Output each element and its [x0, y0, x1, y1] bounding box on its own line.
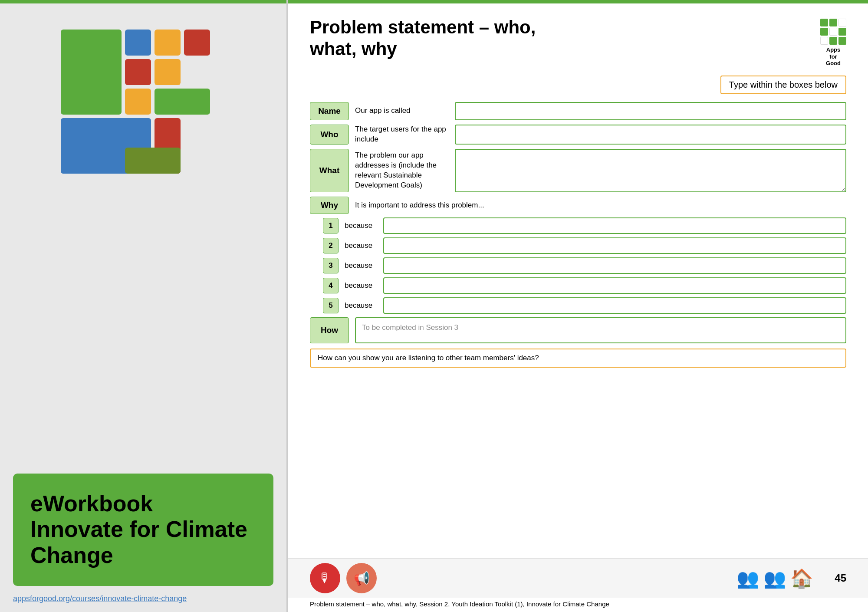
group-icon-1: 👥 [736, 568, 759, 589]
number-badge-1: 1 [323, 218, 339, 234]
how-box: How To be completed in Session 3 [310, 317, 846, 343]
footer-text: Problem statement – who, what, why, Sess… [310, 600, 609, 608]
left-panel: eWorkbook Innovate for Climate Change ap… [0, 0, 286, 612]
because-input-5[interactable] [383, 297, 846, 314]
group-icons: 👥 👥 🏠 [736, 568, 826, 589]
afg-cell-4 [820, 28, 828, 36]
why-desc: It is important to address this problem.… [355, 201, 484, 210]
number-badge-2: 2 [323, 238, 339, 253]
number-badge-5: 5 [323, 298, 339, 313]
block-blue-2 [61, 148, 122, 174]
afg-cell-7 [820, 37, 828, 45]
who-label: Who [310, 125, 349, 145]
what-input-cell [455, 149, 846, 192]
block-yellow-1 [155, 30, 181, 56]
what-desc: The problem our app addresses is (includ… [355, 149, 455, 192]
number-badge-4: 4 [323, 278, 339, 293]
because-input-1[interactable] [383, 217, 846, 234]
because-text-5: because [345, 301, 377, 310]
afg-cell-8 [829, 37, 837, 45]
afg-cell-5 [829, 28, 837, 36]
afg-cell-6 [838, 28, 846, 36]
because-row-2: 2 because [310, 237, 846, 254]
because-row-4: 4 because [310, 277, 846, 294]
because-input-3[interactable] [383, 257, 846, 274]
afg-text: AppsforGood [826, 46, 841, 67]
house-icon: 🏠 [790, 568, 813, 589]
left-top-bar [0, 0, 286, 3]
block-yellow-2 [155, 59, 181, 85]
because-input-4[interactable] [383, 277, 846, 294]
because-text-4: because [345, 281, 377, 290]
group-icon-2: 👥 [763, 568, 786, 589]
how-section: How To be completed in Session 3 [310, 317, 846, 343]
because-text-3: because [345, 261, 377, 270]
logo-grid [61, 30, 226, 177]
block-green-sm2 [125, 148, 181, 174]
right-header: Problem statement – who, what, why Appsf… [310, 16, 846, 67]
block-blue-1 [125, 30, 151, 56]
right-footer: Problem statement – who, what, why, Sess… [288, 598, 868, 612]
question-banner: How can you show you are listening to ot… [310, 349, 846, 368]
instruction-label: Type within the boxes below [720, 76, 846, 94]
who-row: Who The target users for the app include [310, 125, 846, 145]
name-input[interactable] [455, 102, 846, 120]
right-panel: Problem statement – who, what, why Appsf… [288, 0, 868, 612]
number-badge-3: 3 [323, 258, 339, 273]
who-input[interactable] [455, 125, 846, 145]
right-top-bar [288, 0, 868, 3]
afg-cell-2 [829, 19, 837, 26]
what-label: What [310, 149, 349, 192]
name-input-cell [455, 102, 846, 120]
because-text-1: because [345, 221, 377, 230]
why-label: Why [310, 197, 349, 214]
name-label: Name [310, 102, 349, 120]
afg-cell-1 [820, 19, 828, 26]
green-banner: eWorkbook Innovate for Climate Change [13, 474, 273, 586]
who-input-cell [455, 125, 846, 145]
block-green-sm1 [155, 89, 210, 115]
speaking-icon-circle: 🎙 [310, 563, 340, 593]
listening-icon-circle: 📢 [346, 563, 377, 593]
because-input-2[interactable] [383, 237, 846, 254]
footer-link[interactable]: appsforgood.org/courses/innovate-climate… [13, 594, 187, 603]
because-text-2: because [345, 241, 377, 250]
block-red-1 [184, 30, 210, 56]
page-title: Problem statement – who, what, why [310, 16, 570, 60]
what-row: What The problem our app addresses is (i… [310, 149, 846, 192]
bottom-icons-bar: 🎙 📢 👥 👥 🏠 45 [288, 558, 868, 598]
because-row-1: 1 because [310, 217, 846, 234]
listening-icon: 📢 [354, 571, 370, 586]
workbook-title: eWorkbook Innovate for Climate Change [30, 491, 256, 569]
afg-grid [820, 19, 846, 45]
why-header-row: Why It is important to address this prob… [310, 197, 846, 214]
block-yellow-3 [125, 89, 151, 115]
block-green-large [61, 30, 122, 115]
afg-logo: AppsforGood [820, 19, 846, 67]
how-placeholder-text: To be completed in Session 3 [355, 317, 846, 343]
name-desc: Our app is called [355, 102, 455, 120]
block-red-2 [125, 59, 151, 85]
page-number: 45 [835, 572, 846, 584]
because-row-5: 5 because [310, 297, 846, 314]
speaking-icon: 🎙 [319, 571, 332, 586]
what-input[interactable] [455, 149, 846, 192]
afg-cell-9 [838, 37, 846, 45]
afg-cell-3 [838, 19, 846, 26]
instruction-box: Type within the boxes below [310, 76, 846, 94]
how-label: How [310, 317, 349, 343]
who-desc: The target users for the app include [355, 125, 455, 145]
because-row-3: 3 because [310, 257, 846, 274]
name-row: Name Our app is called [310, 102, 846, 120]
right-content: Problem statement – who, what, why Appsf… [288, 3, 868, 558]
